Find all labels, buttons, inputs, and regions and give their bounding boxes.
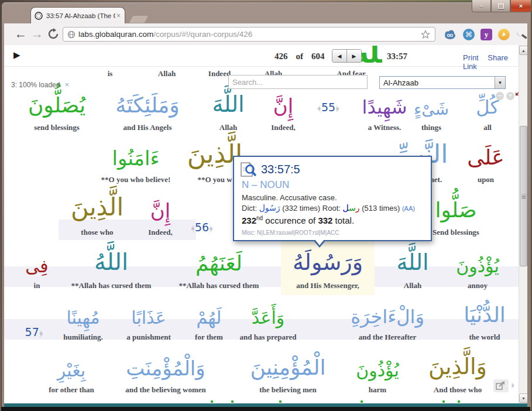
next-page-button[interactable]: ▶ — [346, 50, 361, 62]
share-link[interactable]: Share — [488, 53, 508, 62]
search-input[interactable] — [228, 75, 368, 89]
word-arabic[interactable]: بِغَيْرِ — [57, 358, 85, 383]
dismiss-loaded-icon[interactable]: × — [64, 80, 69, 89]
surah-select[interactable]: Al-Ahzaab ▼ — [379, 76, 506, 89]
print-link[interactable]: Print — [463, 53, 479, 62]
marker-number: 56 — [195, 221, 209, 234]
next-row-diacritic — [458, 400, 460, 403]
play-audio-button[interactable]: ▶ — [13, 50, 20, 60]
word-arabic[interactable]: يُصَلُّونَ — [28, 90, 85, 121]
purple-y-extension-icon[interactable]: y — [480, 29, 492, 40]
word-arabic[interactable]: وَرَسُولَهُ — [293, 246, 363, 279]
back-button[interactable]: ← — [15, 25, 27, 43]
tooltip-pointer-fill — [315, 239, 324, 245]
close-button[interactable]: × — [510, 0, 531, 12]
total-pages: 604 — [311, 52, 325, 61]
word-translation: for other than — [49, 385, 94, 395]
command-extension-icon[interactable]: ⌘ — [463, 29, 475, 40]
scrollbar-thumb[interactable] — [520, 126, 527, 266]
zoom-in-button[interactable]: + — [506, 92, 514, 100]
word-translation-partial: Indeed — [208, 69, 231, 78]
word-arabic[interactable]: وَمَلَئِكَتَهُ — [115, 90, 180, 121]
bookmark-star-icon[interactable] — [421, 30, 430, 39]
marker-number: 55 — [321, 101, 335, 114]
word-arabic[interactable]: وَأَعَدَّ — [252, 305, 284, 331]
word-translation: a Witness. — [368, 123, 401, 132]
browser-tab[interactable]: 33:57 Al-Ahzaab (The Clans × — [30, 7, 125, 23]
word-translation: the believing men — [259, 385, 317, 395]
word-arabic[interactable]: ءَامَنُوا — [112, 144, 160, 173]
next-row-diacritic — [279, 400, 282, 403]
reload-button[interactable] — [47, 28, 59, 40]
word-arabic[interactable]: اللَّهَ — [396, 246, 428, 279]
root-arabic[interactable]: رسل — [343, 203, 360, 213]
marker-ornament: ﴿ — [335, 103, 339, 113]
dict-times: (332 times) — [280, 204, 322, 213]
word-translation-partial: Allah — [158, 69, 176, 78]
word-translation: **Allah has cursed them — [179, 281, 259, 290]
page-header — [4, 45, 527, 67]
verse-number-marker[interactable]: ﴾56﴿ — [191, 221, 213, 234]
omnibox[interactable]: labs.globalquran.com/corpus/#!/quran-cor… — [63, 27, 435, 42]
word-arabic[interactable]: شَهِيدًا — [362, 94, 407, 121]
word-arabic[interactable]: إِنَّ — [150, 197, 170, 225]
verse-ornament-partial: ﴿ — [511, 380, 514, 389]
page-links: Print Share Link — [456, 53, 527, 71]
word-arabic[interactable]: اللَّهُ — [94, 245, 128, 279]
word-arabic[interactable]: وَالْءَاخِرَةِ — [351, 303, 424, 330]
forward-button[interactable]: → — [31, 25, 43, 43]
word-arabic[interactable]: عَلَى — [467, 142, 504, 173]
dict-arabic[interactable]: رَسُول — [259, 203, 280, 213]
word-arabic[interactable]: الَّذِينَ — [71, 190, 123, 225]
word-arabic[interactable]: اللَّهَ — [212, 88, 244, 121]
minimize-button[interactable]: – — [472, 0, 491, 12]
cursor-extension-icon[interactable] — [498, 29, 510, 40]
next-row-diacritic — [231, 400, 234, 403]
cloud-extension-icon[interactable] — [444, 29, 456, 40]
word-arabic[interactable]: يُؤْذُونَ — [356, 358, 399, 383]
word-translation: humiliating. — [63, 333, 103, 342]
word-arabic[interactable]: فِى — [25, 254, 48, 279]
tooltip-morphology: Masculine. Accusative case. — [242, 193, 337, 202]
word-arabic[interactable]: صَلُّوا — [435, 195, 476, 225]
verse-number-marker[interactable]: 57﴿ — [25, 326, 43, 338]
word-arabic[interactable]: الدُّنْيَا — [464, 300, 506, 330]
word-translation: a punishment — [126, 333, 171, 342]
maximize-icon — [498, 4, 504, 9]
next-row-diacritic — [442, 400, 445, 403]
aa-link[interactable]: (AA) — [402, 205, 415, 212]
word-arabic[interactable]: الْمُؤْمِنِينَ — [250, 352, 326, 383]
word-arabic[interactable]: شَىْءٍ — [414, 98, 449, 122]
word-arabic[interactable]: وَالْمُؤْمِنَتِ — [126, 354, 205, 383]
word-arabic[interactable]: وَالَّذِينَ — [428, 351, 487, 383]
page-nav-buttons: ◀ ▶ — [332, 49, 362, 63]
word-arabic[interactable]: لَعَنَهُمُ — [195, 248, 242, 279]
wrench-settings-icon[interactable] — [517, 29, 528, 40]
word-arabic[interactable]: إِنَّ — [273, 92, 293, 121]
word-translation: **Allah has cursed them — [71, 281, 152, 290]
next-row-diacritic — [211, 400, 213, 403]
open-external-button[interactable] — [493, 379, 509, 392]
verse-number-marker[interactable]: ﴾55﴿ — [317, 101, 339, 114]
word-arabic[interactable]: مُهِينًا — [66, 305, 99, 331]
word-translation: **O you who believe! — [101, 175, 171, 184]
scroll-up-arrow[interactable]: ▲ — [519, 46, 527, 55]
page-scrollbar[interactable]: ▲ ▼ — [519, 45, 527, 403]
zoom-out-button[interactable]: – — [496, 92, 504, 100]
prev-page-button[interactable]: ◀ — [332, 50, 346, 62]
root-letter: ر — [356, 203, 360, 213]
loaded-text: 3: 100% loaded — [11, 81, 60, 89]
word-arabic[interactable]: عَذَابًا — [131, 305, 166, 331]
word-translation: Allah — [404, 281, 421, 290]
word-arabic[interactable]: يُؤْذُونَ — [456, 254, 499, 279]
current-page: 426 — [274, 52, 288, 61]
of-label: of — [296, 52, 304, 61]
word-translation: Indeed, — [148, 228, 173, 237]
word-translation: things — [421, 123, 441, 132]
word-arabic[interactable]: لَهُمْ — [197, 305, 222, 331]
link-link[interactable]: Link — [463, 62, 477, 71]
tab-close-icon[interactable]: × — [116, 12, 121, 20]
maximize-button[interactable] — [491, 0, 510, 12]
marker-ornament: ﴾ — [191, 223, 195, 233]
scroll-down-arrow[interactable]: ▼ — [519, 393, 527, 403]
